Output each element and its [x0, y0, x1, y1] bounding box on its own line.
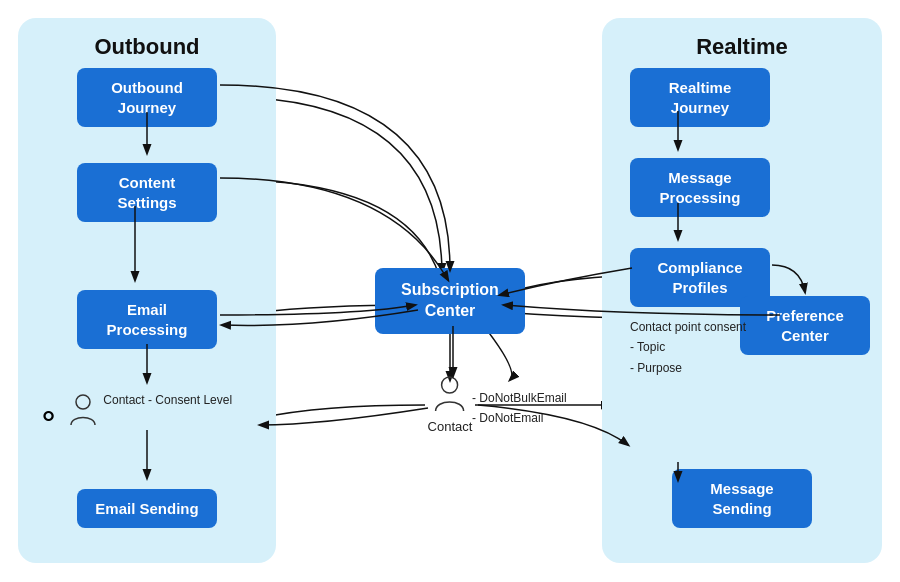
- contact-center-icon: [434, 375, 466, 413]
- message-processing-box[interactable]: Message Processing: [630, 158, 770, 217]
- email-sending-box[interactable]: Email Sending: [77, 489, 217, 529]
- svg-point-6: [76, 395, 90, 409]
- realtime-panel: Realtime Realtime Journey Message Proces…: [602, 18, 882, 563]
- realtime-journey-box[interactable]: Realtime Journey: [630, 68, 770, 127]
- diagram-root: Outbound Outbound Journey Content Settin…: [10, 10, 890, 572]
- outbound-title: Outbound: [34, 34, 260, 60]
- contact-outbound-person-icon: ⚬: [36, 393, 97, 432]
- realtime-title: Realtime: [618, 34, 866, 60]
- contact-center-label: Contact: [428, 419, 473, 434]
- email-processing-box[interactable]: Email Processing: [77, 290, 217, 349]
- contact-point-purpose-label: - Purpose: [630, 358, 746, 378]
- message-sending-box[interactable]: Message Sending: [672, 469, 812, 528]
- outbound-panel: Outbound Outbound Journey Content Settin…: [18, 18, 276, 563]
- contact-point-topic-label: - Topic: [630, 337, 746, 357]
- do-not-bulk-email-label: - DoNotBulkEmail: [472, 388, 567, 408]
- contact-outbound-label: Contact - Consent Level: [103, 393, 232, 407]
- subscription-center-box[interactable]: Subscription Center: [375, 268, 525, 334]
- outbound-journey-box[interactable]: Outbound Journey: [77, 68, 217, 127]
- do-not-email-label: - DoNotEmail: [472, 408, 567, 428]
- contact-point-consent-label: Contact point consent: [630, 317, 746, 337]
- content-settings-box[interactable]: Content Settings: [77, 163, 217, 222]
- svg-point-7: [442, 377, 458, 393]
- preference-center-box[interactable]: Preference Center: [740, 296, 870, 355]
